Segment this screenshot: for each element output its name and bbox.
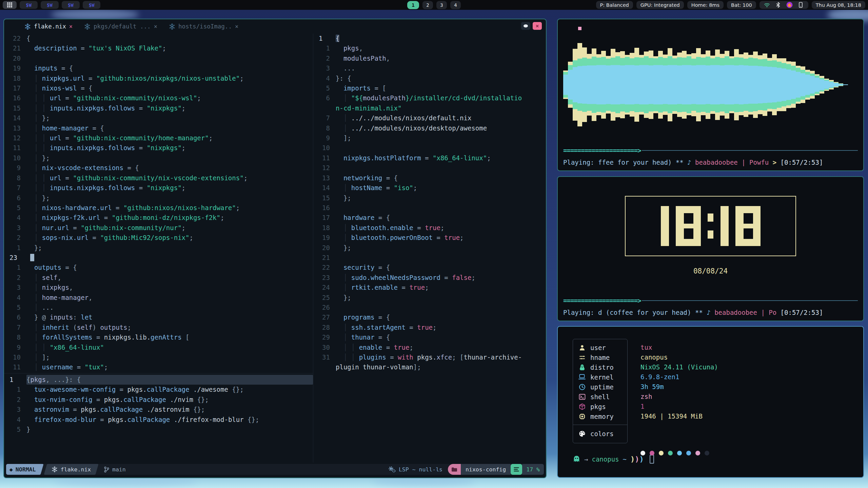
line-number: 3 [4,223,26,233]
line-number: 12 [313,163,336,173]
waveform-column [677,24,682,145]
nix-snowflake-icon [169,23,175,30]
code-text: } @ inputs: let [26,312,313,322]
code-line: n-cd-minimal.nix" [313,103,546,113]
battery-pill[interactable]: Bat: 100 [727,1,756,9]
line-number: 15 [4,103,26,113]
code-text: ]; [336,133,546,143]
code-text: │ nixos-hardware.url = "github:nixos/nix… [26,203,313,213]
line-number: 3 [4,405,26,414]
tab-close-icon[interactable]: × [235,23,238,30]
code-line: 3 │ nur.url = "github:nix-community/nur"… [4,223,313,233]
palette-dot [659,451,664,455]
line-number: 2 [4,233,26,243]
tag-3[interactable]: 3 [436,1,447,9]
close-button[interactable]: × [533,22,542,30]
line-number: 10 [4,153,26,163]
git-branch[interactable]: main [104,466,126,473]
line-number: 18 [4,74,26,83]
waveform-column [748,24,753,145]
power-profile-pill[interactable]: P: Balanced [596,1,633,9]
phone-icon[interactable] [797,1,804,8]
gpu-pill[interactable]: GPU: Integrated [636,1,684,9]
waveform-column [658,24,663,145]
code-line: 2 │ sops-nix.url = "github:Mic92/sops-ni… [4,233,313,243]
workspace-button-2[interactable]: $W [41,1,59,9]
list-icon [514,467,519,472]
bluetooth-icon[interactable] [775,1,782,8]
line-number: 21 [4,43,26,53]
workspace-button-3[interactable]: $W [62,1,80,9]
track-progress[interactable]: =====================> [558,296,863,306]
waveform-column [630,24,634,145]
network-icon[interactable] [764,1,771,8]
pkgs-default-pane[interactable]: 1{pkgs, ...}: {1 tux-awesome-wm-config =… [4,373,313,463]
playing-text: Playing: ffee for your head) ** [563,159,687,166]
power-profile-label: P: Balanced [600,2,629,8]
tag-4[interactable]: 4 [450,1,461,9]
code-line: 20 }; [313,243,546,253]
line-number: 2 [4,273,26,283]
code-line: 8 │ ../../modules/nixos/desktop/awesome [313,123,546,133]
media-player-icon[interactable] [786,1,793,8]
datetime-pill[interactable]: Thu Aug 08, 18:18 [812,1,865,9]
waveform-column [777,24,782,145]
code-text: │ nix-vscode-extensions = { [26,163,313,173]
waveform-column [796,24,801,145]
fetch-value: tux [633,342,718,352]
code-line: 10 │ }; [4,153,313,163]
track-progress[interactable]: =====================> [558,145,863,156]
code-text: │ ../../modules/nixos/desktop/awesome [336,123,546,133]
code-line: 20 [4,54,313,63]
toggle-button[interactable] [521,22,530,30]
percent-label: 17 % [526,466,540,473]
code-line: 5 │ nixos-hardware.url = "github:nixos/n… [4,203,313,213]
workspace-button-1[interactable]: $W [20,1,38,9]
progress-line [642,150,858,151]
file-segment[interactable]: flake.nix [44,464,99,475]
code-line: 1{pkgs, ...}: { [4,375,313,385]
waveform-column [687,24,691,145]
terminal-palette-dots [633,451,709,455]
tag-2[interactable]: 2 [422,1,433,9]
waveform-column [696,24,701,145]
line-number: 9 [313,133,336,143]
terminal-cursor[interactable] [650,455,654,464]
mode-label: NORMAL [16,466,36,473]
file-label: flake.nix [61,466,91,473]
workspace-list: $W $W $W $W [3,1,100,9]
gpu-label: GPU: Integrated [640,2,680,8]
iso-image-pane[interactable]: 1{1 pkgs,2 modulesPath,3 ...4}: {5 impor… [313,34,546,463]
flake-nix-pane[interactable]: 22{21 description = "tux's NixOS Flake";… [4,34,313,373]
tab-hosts-isoimage[interactable]: hosts/isoImag.. × [169,23,238,30]
waveform-column [606,24,611,145]
shell-prompt[interactable]: → canopus ~ ))) [573,455,863,464]
waveform-column [786,24,791,145]
line-number: 11 [4,362,26,372]
project-segment[interactable]: nixos-config [461,464,511,475]
ping-pill[interactable]: Home: 8ms [687,1,724,9]
launcher-button[interactable] [3,1,17,9]
code-text: │ │ url = "github:nix-community/nixos-ws… [26,93,313,103]
tab-close-icon[interactable]: × [154,23,157,30]
track-time: [0:57/2:53] [781,159,823,166]
tab-close-icon[interactable]: × [69,23,73,30]
fetch-row: user [573,343,627,352]
tab-flake-nix[interactable]: flake.nix × [24,23,73,30]
clock-window: 08/08/24 =====================> Playing:… [557,176,864,321]
code-line: plugin thunar-volman]; [313,362,546,372]
line-number: 4 [4,213,26,223]
palette-dot [668,451,673,455]
left-column: 22{21 description = "tux's NixOS Flake";… [4,34,313,463]
workspace-button-4[interactable]: $W [83,1,101,9]
waveform-column [563,24,568,145]
fetch-label: kernel [590,373,614,381]
terminal-window[interactable]: userhnamedistrokerneluptimeshellpkgsmemo… [557,326,864,478]
code-line: 24 │ rtkit.enable = true; [313,283,546,292]
tag-1[interactable]: 1 [407,1,419,9]
code-text: │ │ url = "github:nix-community/nix-vsco… [26,173,313,183]
fetch-labels-box: userhnamedistrokerneluptimeshellpkgsmemo… [573,339,628,425]
tab-pkgs-default[interactable]: pkgs/default ... × [84,23,157,30]
neovim-window: flake.nix × pkgs/default ... × hosts/iso… [3,19,547,478]
code-line: 22 security = { [313,263,546,272]
